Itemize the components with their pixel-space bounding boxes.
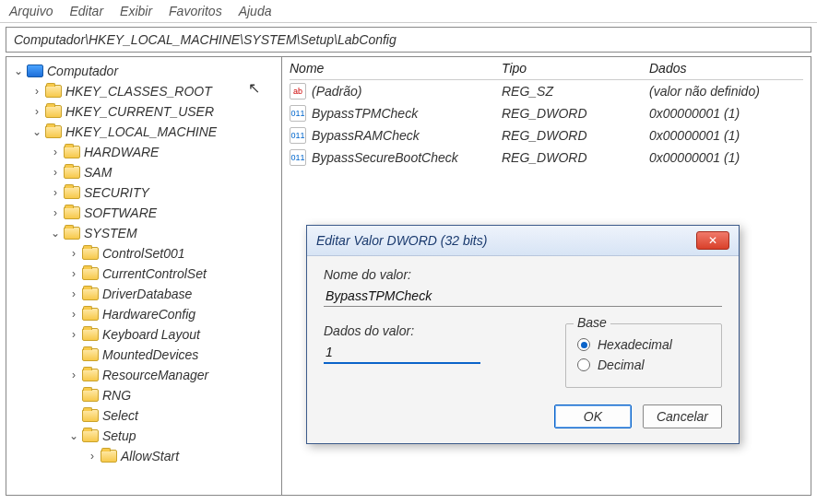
value-data-input[interactable] [324,342,480,364]
tree-item[interactable]: RNG [102,385,131,405]
expand-toggle[interactable]: › [67,264,80,284]
expand-toggle[interactable]: › [30,81,43,101]
folder-icon [82,429,99,442]
folder-icon [82,247,99,260]
dword-value-icon: 011 [290,127,306,144]
tree-item[interactable]: SECURITY [84,182,149,203]
column-header-tipo[interactable]: Tipo [502,61,649,76]
folder-icon [82,267,99,280]
tree-item[interactable]: Select [102,405,138,426]
string-value-icon: ab [290,83,306,100]
folder-icon [82,308,99,321]
tree-setup[interactable]: Setup [102,426,136,446]
value-name: BypassSecureBootCheck [312,150,458,165]
tree-item[interactable]: CurrentControlSet [102,264,207,284]
menu-editar[interactable]: Editar [69,4,103,18]
tree-item[interactable]: Keyboard Layout [102,324,200,345]
tree-item[interactable]: DriverDatabase [102,284,192,304]
radio-hexadecimal[interactable]: Hexadecimal [577,337,710,352]
folder-icon [64,146,80,158]
dword-value-icon: 011 [290,149,306,166]
tree-item[interactable]: HardwareConfig [102,304,195,324]
expand-toggle[interactable]: › [49,182,62,203]
radio-decimal[interactable]: Decimal [577,357,710,372]
tree-system[interactable]: SYSTEM [84,223,137,243]
column-header-dados[interactable]: Dados [649,61,803,76]
menu-favoritos[interactable]: Favoritos [169,4,222,18]
tree-item[interactable]: ResourceManager [102,365,208,385]
computer-icon [27,64,43,77]
expand-toggle[interactable]: › [67,284,80,304]
folder-icon [82,328,99,341]
folder-icon [82,409,99,422]
tree-computador[interactable]: Computador [47,61,118,81]
column-header-nome[interactable]: Nome [290,61,502,76]
expand-toggle[interactable]: › [67,243,80,264]
expand-toggle[interactable]: ⌄ [30,122,43,142]
expand-toggle[interactable]: ⌄ [67,426,80,446]
name-label: Nome do valor: [324,267,722,282]
base-group: Base Hexadecimal Decimal [565,323,722,388]
value-name: (Padrão) [312,84,361,99]
tree-item[interactable]: SOFTWARE [84,203,157,223]
folder-icon [82,287,99,300]
base-legend: Base [574,315,610,330]
ok-button[interactable]: OK [554,404,632,428]
expand-toggle[interactable]: › [67,304,80,324]
folder-icon [45,105,62,118]
folder-icon [64,166,80,179]
folder-icon [64,227,80,240]
tree-hklm[interactable]: HKEY_LOCAL_MACHINE [65,122,217,142]
menu-bar: Arquivo Editar Exibir Favoritos Ajuda [0,0,817,23]
value-type: REG_SZ [502,84,649,99]
expand-toggle[interactable]: › [49,162,62,182]
value-type: REG_DWORD [502,150,649,165]
close-button[interactable]: ✕ [696,231,729,250]
tree-pane: ↖ ⌄ Computador ›HKEY_CLASSES_ROOT ›HKEY_… [6,56,282,496]
value-type: REG_DWORD [502,128,649,143]
tree-item[interactable]: ControlSet001 [102,243,185,264]
menu-exibir[interactable]: Exibir [120,4,152,18]
tree-item[interactable]: SAM [84,162,112,182]
folder-icon [82,369,99,381]
folder-icon [45,85,62,98]
value-data: (valor não definido) [649,84,803,99]
menu-arquivo[interactable]: Arquivo [9,4,53,18]
folder-icon [101,450,117,463]
expand-toggle[interactable]: › [67,365,80,385]
dialog-title: Editar Valor DWORD (32 bits) [316,233,487,248]
value-data: 0x00000001 (1) [649,128,803,143]
expand-toggle[interactable]: › [49,142,62,162]
table-row[interactable]: 011BypassRAMCheck REG_DWORD 0x00000001 (… [290,124,803,147]
menu-ajuda[interactable]: Ajuda [239,4,272,18]
expand-toggle[interactable]: › [86,446,99,466]
expand-toggle [67,405,80,426]
value-data: 0x00000001 (1) [649,106,803,121]
address-bar[interactable]: Computador\HKEY_LOCAL_MACHINE\SYSTEM\Set… [6,27,811,53]
expand-toggle[interactable]: › [30,101,43,122]
radio-dot-icon [577,338,590,351]
table-row[interactable]: 011BypassTPMCheck REG_DWORD 0x00000001 (… [290,102,803,124]
value-type: REG_DWORD [502,106,649,121]
folder-icon [45,125,62,138]
expand-toggle[interactable]: › [49,203,62,223]
tree-item[interactable]: MountedDevices [102,345,198,365]
expand-toggle[interactable]: › [67,324,80,345]
data-label: Dados do valor: [324,323,543,338]
value-name: BypassRAMCheck [312,128,420,143]
tree-item[interactable]: AllowStart [121,446,179,466]
table-row[interactable]: ab(Padrão) REG_SZ (valor não definido) [290,80,803,102]
value-name-input[interactable] [324,286,722,307]
radio-dot-icon [577,358,590,371]
expand-toggle [67,385,80,405]
value-name: BypassTPMCheck [312,106,418,121]
expand-toggle[interactable]: ⌄ [49,223,62,243]
tree-item[interactable]: HARDWARE [84,142,159,162]
edit-dword-dialog: Editar Valor DWORD (32 bits) ✕ Nome do v… [306,225,740,444]
table-row[interactable]: 011BypassSecureBootCheck REG_DWORD 0x000… [290,147,803,169]
folder-icon [82,389,99,402]
expand-toggle[interactable]: ⌄ [12,61,25,81]
tree-hkcr[interactable]: HKEY_CLASSES_ROOT [65,81,212,101]
tree-hkcu[interactable]: HKEY_CURRENT_USER [65,101,214,122]
cancel-button[interactable]: Cancelar [643,404,722,428]
